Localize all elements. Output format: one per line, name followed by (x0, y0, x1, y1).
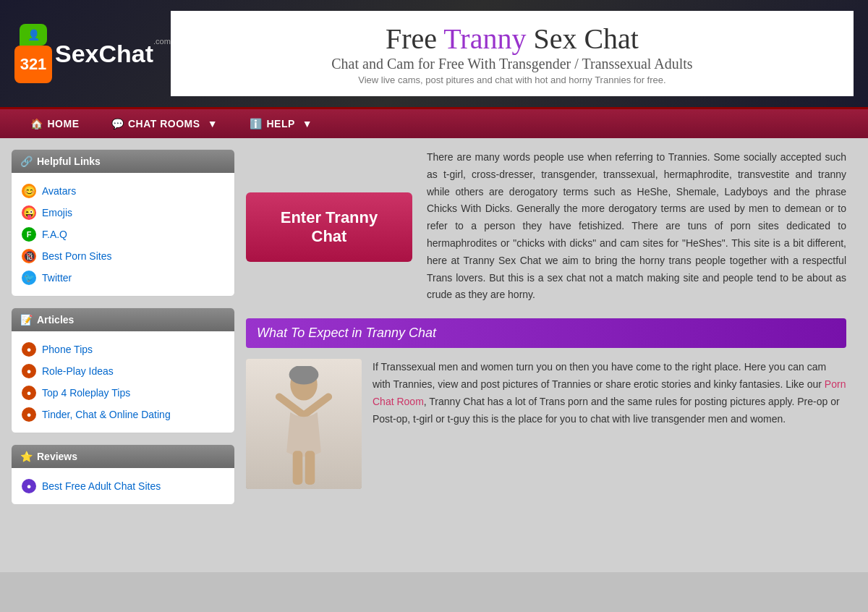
top4-icon: ● (22, 386, 36, 400)
twitter-icon: 🐦 (22, 271, 36, 285)
avatar-icon: 😊 (22, 184, 36, 198)
chat-rooms-icon: 💬 (111, 118, 124, 129)
section-content: If Transsexual men and women turn you on… (246, 359, 846, 489)
link-best-free-adult-chat[interactable]: ● Best Free Adult Chat Sites (22, 475, 224, 497)
helpful-links-box: 🔗 Helpful Links 😊 Avatars 😜 Emojis F F.A… (11, 149, 235, 297)
link-role-play-ideas[interactable]: ● Role-Play Ideas (22, 360, 224, 382)
subtitle1: Chat and Cam for Free With Transgender /… (192, 56, 832, 72)
tinder-icon: ● (22, 407, 36, 422)
header-title-area: Free Tranny Sex Chat Chat and Cam for Fr… (171, 11, 854, 96)
nav-chat-rooms[interactable]: 💬 CHAT ROOMS ▼ (95, 109, 234, 138)
link-top4-roleplay[interactable]: ● Top 4 Roleplay Tips (22, 382, 224, 404)
articles-box: 📝 Articles ● Phone Tips ● Role-Play Idea… (11, 307, 235, 433)
link-tinder-dating[interactable]: ● Tinder, Chat & Online Dating (22, 404, 224, 425)
section-image (246, 359, 362, 489)
intro-section: Enter Tranny Chat There are many words p… (246, 149, 846, 304)
intro-paragraph: There are many words people use when ref… (427, 149, 846, 304)
reviews-icon: ⭐ (20, 451, 33, 462)
link-emojis[interactable]: 😜 Emojis (22, 202, 224, 224)
link-twitter[interactable]: 🐦 Twitter (22, 267, 224, 289)
enter-tranny-chat-button[interactable]: Enter Tranny Chat (246, 192, 412, 262)
logo-area: 👤 321 SexChat.com (14, 24, 171, 83)
logo-text: SexChat.com (55, 40, 171, 68)
helpful-links-header: 🔗 Helpful Links (12, 150, 234, 173)
chat-bubble-icon: 👤 (20, 24, 47, 46)
section-text: If Transsexual men and women turn you on… (373, 359, 846, 489)
link-faq[interactable]: F F.A.Q (22, 224, 224, 245)
main-content: 🔗 Helpful Links 😊 Avatars 😜 Emojis F F.A… (0, 138, 868, 572)
link-best-porn-sites[interactable]: 🔞 Best Porn Sites (22, 245, 224, 267)
porn-icon: 🔞 (22, 249, 36, 263)
help-icon: ℹ️ (250, 118, 263, 129)
role-play-icon: ● (22, 364, 36, 378)
helpful-links-content: 😊 Avatars 😜 Emojis F F.A.Q 🔞 Best Porn S… (12, 173, 234, 296)
logo-container: 👤 321 SexChat.com (14, 24, 171, 83)
svg-rect-5 (305, 451, 315, 485)
phone-tips-icon: ● (22, 342, 36, 357)
main-content-area: Enter Tranny Chat There are many words p… (235, 149, 857, 561)
reviews-header: ⭐ Reviews (12, 445, 234, 468)
sidebar: 🔗 Helpful Links 😊 Avatars 😜 Emojis F F.A… (11, 149, 235, 561)
section-header: What To Expect in Tranny Chat (246, 318, 846, 348)
site-header: 👤 321 SexChat.com Free Tranny Sex Chat C… (0, 0, 868, 109)
review-icon: ● (22, 479, 36, 493)
link-avatars[interactable]: 😊 Avatars (22, 180, 224, 202)
main-title: Free Tranny Sex Chat (192, 22, 832, 56)
faq-icon: F (22, 227, 36, 242)
enter-button-wrap: Enter Tranny Chat (246, 192, 412, 262)
articles-content: ● Phone Tips ● Role-Play Ideas ● Top 4 R… (12, 331, 234, 433)
reviews-content: ● Best Free Adult Chat Sites (12, 468, 234, 504)
home-icon: 🏠 (30, 118, 43, 129)
helpful-links-icon: 🔗 (20, 156, 33, 167)
chat-rooms-dropdown-icon: ▼ (208, 118, 218, 129)
nav-help[interactable]: ℹ️ HELP ▼ (234, 109, 328, 138)
person-image (246, 359, 362, 489)
reviews-box: ⭐ Reviews ● Best Free Adult Chat Sites (11, 444, 235, 505)
link-phone-tips[interactable]: ● Phone Tips (22, 339, 224, 360)
help-dropdown-icon: ▼ (302, 118, 312, 129)
subtitle2: View live cams, post pitures and chat wi… (192, 75, 832, 85)
articles-icon: 📝 (20, 314, 33, 326)
navbar: 🏠 HOME 💬 CHAT ROOMS ▼ ℹ️ HELP ▼ (0, 109, 868, 138)
nav-home[interactable]: 🏠 HOME (14, 109, 95, 138)
logo-num: 321 (14, 46, 52, 83)
emoji-icon: 😜 (22, 205, 36, 220)
svg-rect-4 (293, 451, 303, 485)
articles-header: 📝 Articles (12, 308, 234, 331)
